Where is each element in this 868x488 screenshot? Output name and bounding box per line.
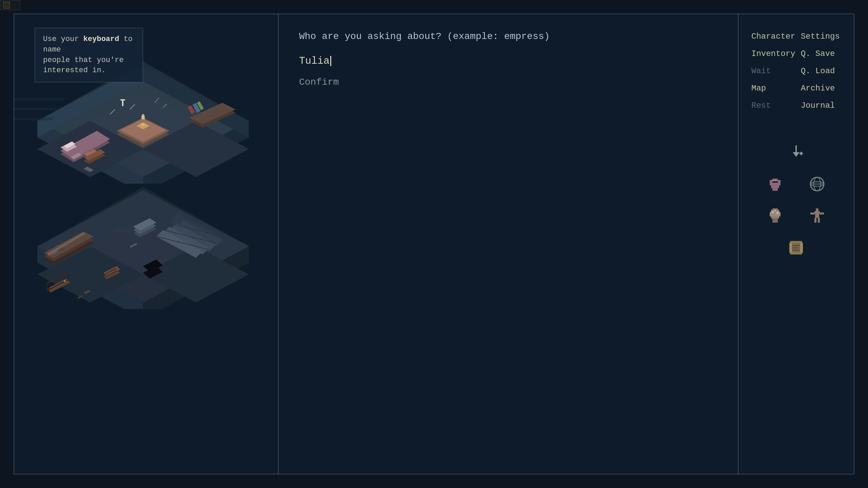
menu-item-inventory[interactable]: Inventory [749, 45, 798, 62]
svg-rect-103 [775, 180, 776, 181]
heart-icon[interactable] [764, 173, 786, 195]
svg-rect-116 [816, 208, 818, 211]
room-bottom-svg [14, 180, 272, 309]
svg-rect-125 [800, 242, 803, 253]
icon-row-mushroom-star [764, 205, 828, 227]
tooltip-bold: keyboard [83, 35, 119, 43]
scroll-icon[interactable] [785, 237, 807, 259]
icons-section [749, 141, 844, 259]
menu-item-character[interactable]: Character [749, 28, 798, 45]
tooltip-box: Use your keyboard to namepeople that you… [35, 28, 143, 82]
svg-rect-91 [778, 180, 781, 183]
svg-rect-58 [112, 227, 133, 232]
menu-grid: CharacterSettingsInventoryQ. SaveWaitQ. … [749, 28, 844, 114]
svg-point-76 [64, 280, 66, 282]
arrow-down-icon[interactable] [785, 141, 807, 163]
svg-rect-129 [790, 241, 802, 243]
svg-rect-118 [810, 212, 814, 215]
svg-rect-126 [792, 245, 800, 246]
svg-rect-12 [14, 118, 54, 120]
menu-item-map[interactable]: Map [749, 80, 798, 97]
svg-rect-102 [772, 180, 774, 181]
svg-rect-121 [814, 218, 816, 223]
confirm-button[interactable]: Confirm [299, 77, 717, 87]
star-figure-icon[interactable] [806, 205, 828, 227]
svg-rect-110 [770, 212, 781, 217]
menu-item-q.-save[interactable]: Q. Save [798, 45, 844, 62]
svg-point-31 [142, 114, 144, 117]
tooltip-text: Use your keyboard to namepeople that you… [43, 34, 135, 76]
svg-rect-124 [789, 242, 792, 253]
svg-rect-117 [814, 211, 820, 214]
svg-rect-88 [770, 180, 772, 183]
title-icon [3, 2, 10, 8]
menu-item-wait: Wait [749, 62, 798, 80]
menu-item-journal[interactable]: Journal [798, 97, 844, 114]
svg-rect-11 [14, 108, 60, 110]
menu-item-q.-load[interactable]: Q. Load [798, 62, 844, 80]
main-panel: Use your keyboard to namepeople that you… [14, 14, 854, 474]
svg-rect-95 [778, 183, 781, 185]
icon-row-arrow [785, 141, 807, 163]
middle-panel: Who are you asking about? (example: empr… [279, 14, 738, 474]
svg-rect-98 [776, 185, 779, 188]
svg-rect-119 [820, 212, 824, 215]
svg-rect-92 [770, 183, 772, 185]
query-input-display[interactable]: Tulia [299, 55, 717, 67]
svg-marker-85 [793, 152, 800, 157]
svg-rect-130 [790, 252, 802, 255]
icon-row-heart-globe [764, 173, 828, 195]
query-label: Who are you asking about? (example: empr… [299, 31, 717, 42]
left-panel: Use your keyboard to namepeople that you… [14, 14, 279, 474]
svg-text:T: T [120, 98, 125, 108]
svg-rect-101 [774, 189, 776, 191]
globe-icon[interactable] [806, 173, 828, 195]
svg-marker-74 [46, 283, 47, 291]
svg-rect-128 [792, 250, 800, 251]
svg-rect-115 [774, 210, 776, 211]
rooms-container: T [14, 55, 278, 474]
right-panel: CharacterSettingsInventoryQ. SaveWaitQ. … [738, 14, 854, 474]
svg-rect-120 [815, 214, 819, 218]
svg-rect-96 [771, 185, 774, 188]
menu-item-settings[interactable]: Settings [798, 28, 844, 45]
svg-rect-93 [772, 183, 775, 185]
icon-row-scroll [785, 237, 807, 259]
game-container: Use your keyboard to namepeople that you… [0, 0, 868, 488]
svg-rect-94 [775, 183, 778, 185]
svg-rect-97 [774, 185, 776, 188]
room-bottom [14, 180, 272, 309]
svg-rect-10 [14, 98, 65, 101]
svg-marker-75 [67, 272, 68, 281]
text-cursor [330, 56, 331, 66]
svg-rect-127 [792, 247, 799, 248]
title-bar [0, 0, 20, 10]
mushroom-icon[interactable] [764, 205, 786, 227]
svg-rect-122 [818, 218, 820, 223]
svg-rect-114 [776, 212, 778, 214]
menu-item-rest: Rest [749, 97, 798, 114]
svg-rect-113 [772, 211, 774, 213]
query-input-value: Tulia [299, 55, 330, 67]
menu-item-archive[interactable]: Archive [798, 80, 844, 97]
